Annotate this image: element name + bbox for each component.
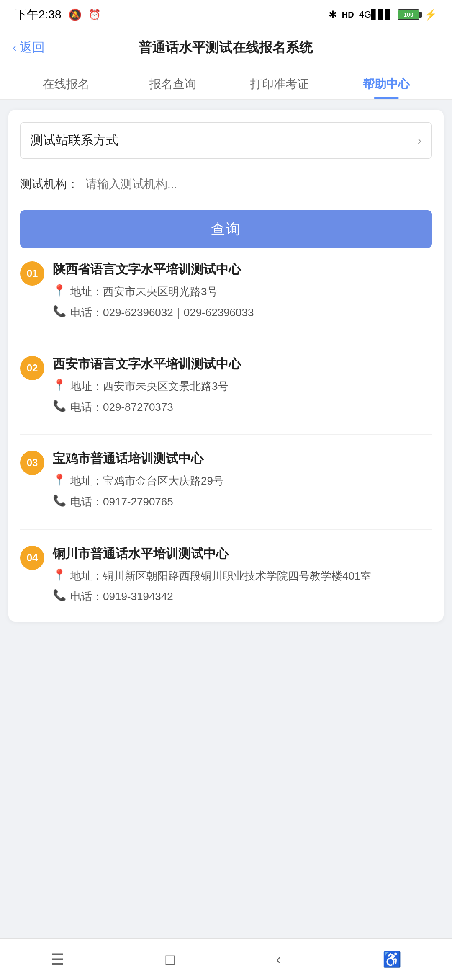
- query-button[interactable]: 查询: [20, 210, 432, 248]
- back-label: 返回: [20, 39, 45, 56]
- phone-icon-2: 📞: [53, 400, 66, 413]
- menu-button[interactable]: ☰: [38, 946, 77, 972]
- list-item: 01 陕西省语言文字水平培训测试中心 📍 地址：西安市未央区明光路3号 📞 电话…: [20, 260, 432, 340]
- item-address-3: 📍 地址：宝鸡市金台区大庆路29号: [53, 472, 432, 490]
- item-phone-1: 📞 电话：029-62396032｜029-62396033: [53, 304, 432, 322]
- item-phone-4: 📞 电话：0919-3194342: [53, 588, 432, 606]
- item-badge-1: 01: [20, 261, 44, 286]
- battery-fill: 100: [398, 10, 419, 19]
- hd-icon: HD: [342, 10, 354, 20]
- battery-icon: 100: [398, 9, 419, 20]
- institution-input-row: 测试机构：: [20, 169, 432, 200]
- institution-input[interactable]: [85, 178, 432, 191]
- back-chevron-icon: ‹: [13, 41, 16, 54]
- back-nav-button[interactable]: ‹: [264, 946, 294, 972]
- back-button[interactable]: ‹ 返回: [13, 39, 45, 56]
- phone-icon-3: 📞: [53, 494, 66, 507]
- phone-icon-4: 📞: [53, 589, 66, 602]
- navigation-bar: ‹ 返回 普通话水平测试在线报名系统: [0, 29, 452, 66]
- mute-icon: 🔕: [68, 8, 82, 21]
- item-badge-2: 02: [20, 356, 44, 380]
- time-display: 下午2:38: [15, 7, 62, 23]
- item-content-2: 西安市语言文字水平培训测试中心 📍 地址：西安市未央区文景北路3号 📞 电话：0…: [53, 355, 432, 419]
- station-chevron-icon: ›: [418, 134, 421, 147]
- tab-print[interactable]: 打印准考证: [226, 76, 333, 99]
- result-list: 01 陕西省语言文字水平培训测试中心 📍 地址：西安市未央区明光路3号 📞 电话…: [20, 260, 432, 609]
- location-icon-3: 📍: [53, 473, 66, 486]
- item-badge-3: 03: [20, 451, 44, 475]
- page-title: 普通话水平测试在线报名系统: [45, 39, 406, 57]
- charge-icon: ⚡: [424, 9, 437, 21]
- phone-icon-1: 📞: [53, 305, 66, 318]
- item-address-4: 📍 地址：铜川新区朝阳路西段铜川职业技术学院四号教学楼401室: [53, 567, 432, 585]
- item-address-1: 📍 地址：西安市未央区明光路3号: [53, 283, 432, 301]
- institution-label: 测试机构：: [20, 176, 79, 192]
- location-icon-1: 📍: [53, 284, 66, 297]
- item-name-1: 陕西省语言文字水平培训测试中心: [53, 260, 432, 278]
- location-icon-4: 📍: [53, 568, 66, 581]
- item-phone-2: 📞 电话：029-87270373: [53, 399, 432, 416]
- item-content-4: 铜川市普通话水平培训测试中心 📍 地址：铜川新区朝阳路西段铜川职业技术学院四号教…: [53, 545, 432, 609]
- item-address-2: 📍 地址：西安市未央区文景北路3号: [53, 378, 432, 395]
- station-contact-row[interactable]: 测试站联系方式 ›: [20, 122, 432, 159]
- content-card: 测试站联系方式 › 测试机构： 查询 01 陕西省语言文字水平培训测试中心 📍 …: [8, 110, 444, 622]
- list-item: 04 铜川市普通话水平培训测试中心 📍 地址：铜川新区朝阳路西段铜川职业技术学院…: [20, 545, 432, 609]
- item-badge-4: 04: [20, 546, 44, 570]
- status-time: 下午2:38 🔕 ⏰: [15, 7, 101, 23]
- tab-query[interactable]: 报名查询: [119, 76, 226, 99]
- item-name-2: 西安市语言文字水平培训测试中心: [53, 355, 432, 373]
- bottom-nav: ☰ □ ‹ ♿: [0, 938, 452, 980]
- status-icons: ✱ HD 4G▋▋▋ 100 ⚡: [329, 9, 437, 21]
- tab-register[interactable]: 在线报名: [13, 76, 119, 99]
- list-item: 02 西安市语言文字水平培训测试中心 📍 地址：西安市未央区文景北路3号 📞 电…: [20, 355, 432, 435]
- item-content-3: 宝鸡市普通话培训测试中心 📍 地址：宝鸡市金台区大庆路29号 📞 电话：0917…: [53, 450, 432, 514]
- item-name-3: 宝鸡市普通话培训测试中心: [53, 450, 432, 467]
- alarm-icon: ⏰: [88, 9, 101, 21]
- station-row-label: 测试站联系方式: [31, 132, 118, 149]
- item-phone-3: 📞 电话：0917-2790765: [53, 493, 432, 511]
- signal-icon: 4G▋▋▋: [359, 9, 393, 20]
- location-icon-2: 📍: [53, 379, 66, 392]
- item-content-1: 陕西省语言文字水平培训测试中心 📍 地址：西安市未央区明光路3号 📞 电话：02…: [53, 260, 432, 325]
- tab-bar: 在线报名 报名查询 打印准考证 帮助中心: [0, 66, 452, 100]
- status-bar: 下午2:38 🔕 ⏰ ✱ HD 4G▋▋▋ 100 ⚡: [0, 0, 452, 29]
- bluetooth-icon: ✱: [329, 9, 337, 21]
- list-item: 03 宝鸡市普通话培训测试中心 📍 地址：宝鸡市金台区大庆路29号 📞 电话：0…: [20, 450, 432, 529]
- main-content: 测试站联系方式 › 测试机构： 查询 01 陕西省语言文字水平培训测试中心 📍 …: [0, 100, 452, 632]
- home-button[interactable]: □: [153, 946, 187, 972]
- tab-help[interactable]: 帮助中心: [333, 76, 439, 99]
- accessibility-button[interactable]: ♿: [370, 946, 414, 972]
- item-name-4: 铜川市普通话水平培训测试中心: [53, 545, 432, 562]
